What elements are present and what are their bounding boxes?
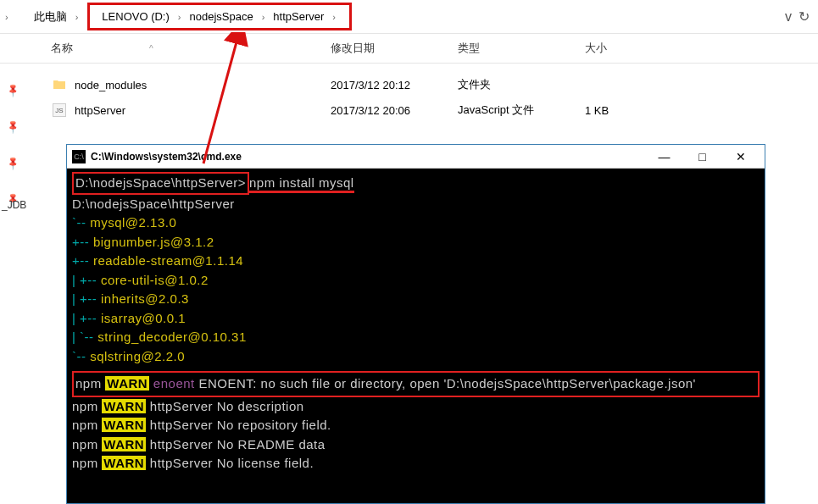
window-controls: — □ ✕: [645, 147, 760, 167]
sort-indicator-icon: ^: [149, 44, 153, 53]
warn-line: npm WARN httpServer No license field.: [72, 454, 760, 474]
column-name-label: 名称: [51, 41, 73, 56]
package-line: `-- mysql@2.13.0: [72, 213, 760, 233]
nav-right: v ↻: [785, 8, 818, 25]
chevron-right-icon: ›: [75, 12, 79, 22]
pin-icon: 📌: [4, 119, 20, 135]
file-type: JavaScript 文件: [458, 102, 585, 118]
chevron-right-icon: ›: [5, 12, 8, 22]
cmd-title: C:\Windows\system32\cmd.exe: [91, 151, 645, 163]
maximize-button[interactable]: □: [683, 147, 721, 167]
pin-icon: 📌: [4, 82, 20, 98]
cmd-body[interactable]: D:\nodejsSpace\httpServer>npm install my…: [67, 169, 765, 503]
warn-line: npm WARN httpServer No description: [72, 397, 760, 417]
cmd-window: C:\ C:\Windows\system32\cmd.exe — □ ✕ D:…: [66, 144, 765, 504]
chevron-right-icon: ›: [332, 12, 336, 22]
cmd-icon: C:\: [72, 150, 86, 163]
breadcrumb-this-pc[interactable]: 此电脑: [31, 8, 70, 26]
file-date: 2017/3/12 20:12: [331, 79, 458, 91]
cmd-titlebar[interactable]: C:\ C:\Windows\system32\cmd.exe — □ ✕: [67, 145, 765, 169]
column-size[interactable]: 大小: [585, 41, 670, 56]
file-row[interactable]: node_modules 2017/3/12 20:12 文件夹: [0, 72, 818, 97]
cmd-line: D:\nodejsSpace\httpServer: [72, 195, 760, 214]
file-row[interactable]: JS httpServer 2017/3/12 20:06 JavaScript…: [0, 97, 818, 123]
quick-access-pins: 📌 📌 📌 📌: [7, 85, 19, 205]
breadcrumb-drive[interactable]: LENOVO (D:): [98, 8, 172, 25]
warn-code: enoent: [153, 376, 195, 390]
breadcrumb-highlighted: LENOVO (D:) › nodejsSpace › httpServer ›: [87, 3, 352, 30]
warn-list: npm WARN httpServer No descriptionnpm WA…: [72, 397, 760, 474]
js-file-icon: JS: [51, 102, 68, 119]
sidebar-label: _JDB: [2, 199, 26, 211]
warn-badge: WARN: [105, 376, 149, 390]
column-date[interactable]: 修改日期: [331, 41, 458, 56]
breadcrumb-folder-1[interactable]: nodejsSpace: [186, 8, 256, 25]
package-line: | +-- inherits@2.0.3: [72, 290, 760, 309]
package-line: +-- bignumber.js@3.1.2: [72, 233, 760, 252]
refresh-icon[interactable]: ↻: [799, 8, 810, 25]
warn-message: ENOENT: no such file or directory, open …: [195, 376, 696, 390]
package-line: `-- sqlstring@2.2.0: [72, 347, 760, 367]
cmd-prompt-path: D:\nodejsSpace\httpServer>: [72, 172, 249, 195]
package-tree: `-- mysql@2.13.0 +-- bignumber.js@3.1.2 …: [72, 213, 760, 366]
file-list: node_modules 2017/3/12 20:12 文件夹 JS http…: [0, 64, 818, 131]
npm-prefix: npm: [75, 376, 102, 390]
column-type[interactable]: 类型: [458, 41, 585, 56]
breadcrumb-folder-2[interactable]: httpServer: [270, 8, 327, 25]
package-line: | `-- string_decoder@0.10.31: [72, 328, 760, 347]
folder-icon: [51, 76, 68, 93]
file-name: node_modules: [75, 79, 331, 91]
column-name[interactable]: 名称 ^: [51, 41, 331, 56]
cmd-line: D:\nodejsSpace\httpServer>npm install my…: [72, 172, 760, 195]
file-type: 文件夹: [458, 77, 585, 92]
warn-line: npm WARN httpServer No README data: [72, 435, 760, 455]
warn-line: npm WARN httpServer No repository field.: [72, 416, 760, 435]
chevron-right-icon: ›: [178, 12, 181, 22]
chevron-right-icon: ›: [262, 12, 265, 22]
breadcrumb: › 此电脑 › LENOVO (D:) › nodejsSpace › http…: [0, 0, 818, 34]
package-line: | +-- core-util-is@1.0.2: [72, 271, 760, 291]
cmd-command: npm install mysql: [249, 175, 354, 193]
file-explorer: › 此电脑 › LENOVO (D:) › nodejsSpace › http…: [0, 0, 818, 131]
warn-enoent-box: npm WARN enoent ENOENT: no such file or …: [72, 371, 760, 397]
file-name: httpServer: [75, 104, 331, 117]
dropdown-icon[interactable]: v: [785, 9, 792, 25]
columns-header: 名称 ^ 修改日期 类型 大小: [0, 34, 818, 64]
file-date: 2017/3/12 20:06: [331, 104, 458, 117]
pin-icon: 📌: [4, 155, 20, 171]
minimize-button[interactable]: —: [645, 147, 683, 167]
package-line: | +-- isarray@0.0.1: [72, 309, 760, 329]
package-line: +-- readable-stream@1.1.14: [72, 252, 760, 271]
file-size: 1 KB: [585, 104, 670, 117]
close-button[interactable]: ✕: [721, 147, 760, 167]
